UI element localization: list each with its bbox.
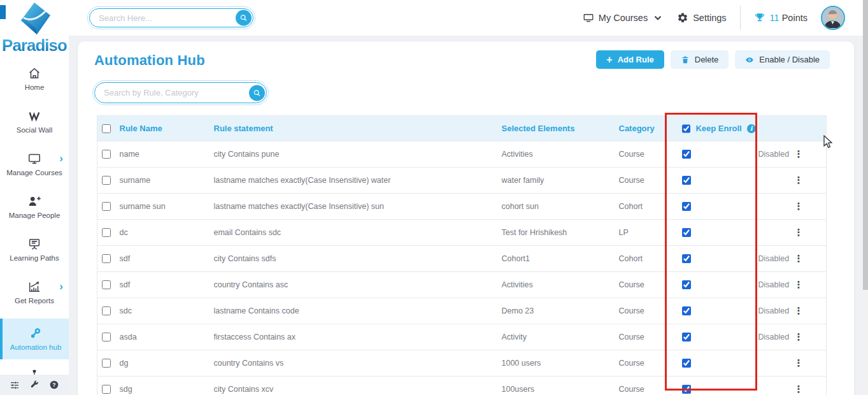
rule-statement-cell: country Contains asc <box>211 272 499 298</box>
rule-name-cell: surname <box>117 168 211 194</box>
keep-enroll-checkbox[interactable] <box>682 306 691 315</box>
brand-name: Paradiso <box>2 37 67 54</box>
col-rule-statement[interactable]: Rule statement <box>211 116 499 141</box>
row-select-checkbox[interactable] <box>102 254 111 263</box>
table-row: surname sun lastname matches exactly(Cas… <box>97 194 827 220</box>
sidebar-footer: ? <box>0 375 69 395</box>
table-row: dc email Contains sdc Test for Hrishikes… <box>97 220 827 246</box>
help-icon[interactable]: ? <box>49 380 59 390</box>
sidebar-item-learning-paths[interactable]: Learning Paths <box>0 233 69 266</box>
row-select-checkbox[interactable] <box>102 333 111 341</box>
kebab-menu-icon[interactable]: ⋮ <box>792 331 806 343</box>
selected-elements-cell: Demo 23 <box>499 298 616 324</box>
row-select-checkbox[interactable] <box>102 385 111 394</box>
selected-elements-cell: Cohort1 <box>499 246 616 272</box>
sidebar: Paradiso Home Social Wall › Manage Cours… <box>0 0 69 395</box>
keep-enroll-header-checkbox[interactable] <box>682 124 691 133</box>
gear-icon <box>677 12 688 24</box>
col-category[interactable]: Category <box>616 116 669 141</box>
chevron-right-icon[interactable]: › <box>59 153 63 164</box>
table-row: asda firstaccess Contains ax Activity Co… <box>97 324 827 350</box>
keep-enroll-checkbox[interactable] <box>682 202 691 211</box>
status-label: Disabled <box>758 280 792 289</box>
table-row: sdf country Contains asc Activities Cour… <box>97 272 827 298</box>
keep-enroll-checkbox[interactable] <box>682 150 691 159</box>
status-label: Disabled <box>758 306 792 315</box>
kebab-menu-icon[interactable]: ⋮ <box>792 305 806 317</box>
brand-logo[interactable]: Paradiso <box>0 0 69 54</box>
add-person-icon <box>27 194 41 208</box>
kebab-menu-icon[interactable]: ⋮ <box>792 279 806 291</box>
kebab-menu-icon[interactable]: ⋮ <box>792 357 806 369</box>
rule-name-cell: sdf <box>117 272 211 298</box>
points-value: 11 <box>770 13 779 23</box>
add-rule-button[interactable]: + Add Rule <box>596 50 664 69</box>
row-select-checkbox[interactable] <box>102 176 111 185</box>
table-row: sdc lastname Contains code Demo 23 Cours… <box>97 298 827 324</box>
row-select-checkbox[interactable] <box>102 306 111 315</box>
row-select-checkbox[interactable] <box>102 280 111 289</box>
row-select-checkbox[interactable] <box>102 228 111 237</box>
automation-hub-card: Automation Hub + Add Rule Delete <box>78 41 854 395</box>
search-icon <box>253 89 261 97</box>
row-select-checkbox[interactable] <box>102 202 111 211</box>
scrollbar-thumb[interactable] <box>863 0 868 290</box>
scrollbar[interactable] <box>863 0 868 395</box>
delete-button[interactable]: Delete <box>671 50 729 69</box>
category-cell: Course <box>616 298 669 324</box>
keep-enroll-checkbox[interactable] <box>682 176 691 185</box>
sidebar-item-manage-people[interactable]: Manage People <box>0 190 69 224</box>
selected-elements-cell: water family <box>499 168 616 194</box>
sidebar-item-get-reports[interactable]: › Get Reports <box>0 276 69 309</box>
user-avatar[interactable] <box>821 6 845 30</box>
keep-enroll-checkbox[interactable] <box>682 254 691 263</box>
kebab-menu-icon[interactable]: ⋮ <box>792 227 806 238</box>
global-search-button[interactable] <box>236 10 252 26</box>
rule-name-cell: name <box>117 141 211 168</box>
category-cell: Course <box>616 324 669 350</box>
category-cell: Cohort <box>616 194 669 220</box>
filter-sliders-icon[interactable] <box>10 380 20 390</box>
col-rule-name[interactable]: Rule Name <box>117 116 211 141</box>
main-content: Automation Hub + Add Rule Delete <box>69 36 863 395</box>
my-courses-menu[interactable]: My Courses <box>583 12 664 24</box>
kebab-menu-icon[interactable]: ⋮ <box>792 253 806 264</box>
rules-search-button[interactable] <box>249 85 265 101</box>
selected-elements-cell: Activities <box>499 272 616 298</box>
info-icon[interactable]: i <box>747 124 756 133</box>
rule-statement-cell: city Contains pune <box>211 141 499 168</box>
keep-enroll-checkbox[interactable] <box>682 333 691 341</box>
sidebar-item-label: Manage Courses <box>6 169 62 176</box>
rule-statement-cell: lastname matches exactly(Case Insensitiv… <box>211 168 499 194</box>
row-select-checkbox[interactable] <box>102 150 111 159</box>
sidebar-item-social-wall[interactable]: Social Wall <box>0 105 69 138</box>
wrench-icon[interactable] <box>29 380 39 390</box>
chevron-right-icon[interactable]: › <box>59 281 63 292</box>
keep-enroll-checkbox[interactable] <box>682 359 691 368</box>
sidebar-item-label: Home <box>25 83 45 91</box>
keep-enroll-checkbox[interactable] <box>682 280 691 289</box>
sidebar-item-manage-courses[interactable]: › Manage Courses <box>0 148 69 181</box>
rules-table: Rule Name Rule statement Selected Elemen… <box>97 115 827 395</box>
sidebar-item-home[interactable]: Home <box>0 62 69 96</box>
keep-enroll-checkbox[interactable] <box>682 228 691 237</box>
row-select-checkbox[interactable] <box>102 359 111 368</box>
sidebar-item-automation-hub[interactable]: Automation hub <box>0 319 69 359</box>
kebab-menu-icon[interactable]: ⋮ <box>792 175 806 186</box>
select-all-checkbox[interactable] <box>102 124 111 133</box>
kebab-menu-icon[interactable]: ⋮ <box>792 384 806 395</box>
enable-disable-button[interactable]: Enable / Disable <box>735 50 830 69</box>
global-search-input[interactable] <box>90 13 253 23</box>
kebab-menu-icon[interactable]: ⋮ <box>792 201 806 212</box>
rules-search-input[interactable] <box>95 88 266 97</box>
kebab-menu-icon[interactable]: ⋮ <box>792 148 806 160</box>
learning-paths-icon <box>27 237 41 251</box>
monitor-icon <box>27 152 41 166</box>
settings-menu[interactable]: Settings <box>677 12 726 24</box>
col-selected-elements[interactable]: Selected Elements <box>499 116 616 141</box>
table-row: surname lastname matches exactly(Case In… <box>97 168 827 194</box>
keep-enroll-checkbox[interactable] <box>682 385 691 394</box>
svg-text:?: ? <box>52 382 55 388</box>
points-indicator[interactable]: 11 Points <box>754 12 808 24</box>
topbar: My Courses Settings 11 Points <box>69 0 863 36</box>
